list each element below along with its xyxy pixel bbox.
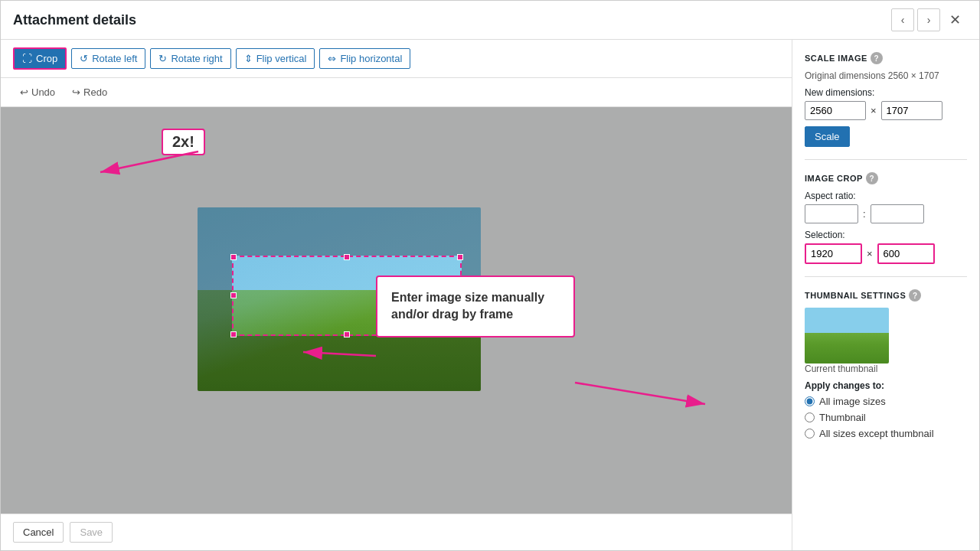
scale-image-help-icon[interactable]: ? [871,52,883,64]
aspect-sep: : [863,208,866,220]
scale-button[interactable]: Scale [805,126,850,147]
flip-vertical-button[interactable]: ⇕ Flip vertical [236,48,315,69]
crop-icon: ⛶ [22,53,32,64]
selection-width-input[interactable] [805,243,862,264]
rotate-right-button[interactable]: ↻ Rotate right [150,48,230,69]
rotate-left-button[interactable]: ↺ Rotate left [71,48,145,69]
crop-handle-ml[interactable] [230,292,237,298]
svg-line-3 [575,383,705,404]
scale-dims-sep: × [871,105,877,116]
aspect-ratio-inputs: : [805,204,967,223]
close-button[interactable]: ✕ [943,8,967,31]
crop-handle-tl[interactable] [230,254,237,260]
selection-sep: × [867,248,873,259]
modal-header: Attachment details ‹ › ✕ [1,1,979,40]
redo-icon: ↪ [72,86,80,98]
selection-height-input[interactable] [877,243,935,264]
scale-height-input[interactable] [881,101,942,120]
crop-button[interactable]: ⛶ Crop [13,47,67,70]
modal-title: Attachment details [13,12,136,28]
next-button[interactable]: › [917,8,940,31]
undo-button[interactable]: ↩ Undo [13,83,62,102]
divider-1 [805,159,967,160]
selection-inputs: × [805,243,967,264]
crop-handle-tr[interactable] [457,254,463,260]
flip-horizontal-icon: ⇔ [328,53,336,64]
radio-thumbnail-label: Thumbnail [819,412,866,423]
attachment-details-modal: Attachment details ‹ › ✕ ⛶ Crop ↺ Rotate… [0,0,980,551]
rotate-right-icon: ↻ [158,53,167,64]
aspect-width-input[interactable] [805,204,858,223]
scale-width-input[interactable] [805,101,866,120]
flip-horizontal-button[interactable]: ⇔ Flip horizontal [319,48,410,69]
badge-2x: 2x! [162,129,205,155]
crop-handle-bm[interactable] [344,331,350,337]
radio-all-sizes-input[interactable] [805,396,815,406]
image-crop-title: IMAGE CROP [805,174,863,183]
divider-2 [805,276,967,277]
radio-thumbnail[interactable]: Thumbnail [805,412,967,423]
original-dimensions: Original dimensions 2560 × 1707 [805,70,967,81]
undo-icon: ↩ [20,86,28,98]
radio-thumbnail-input[interactable] [805,412,815,422]
thumbnail-settings-section: THUMBNAIL SETTINGS ? Current thumbnail A… [805,289,967,439]
redo-button[interactable]: ↪ Redo [65,83,114,102]
main-area: ⛶ Crop ↺ Rotate left ↻ Rotate right ⇕ Fl… [1,40,792,550]
thumbnail-settings-help-icon[interactable]: ? [909,289,921,302]
new-dimensions-label: New dimensions: [805,87,967,98]
canvas-area: 2x! Enter image size manually and/or dra… [1,107,792,514]
image-crop-help-icon[interactable]: ? [866,172,878,184]
scale-image-title: SCALE IMAGE [805,54,867,63]
rotate-left-icon: ↺ [80,53,88,64]
scale-dims-inputs: × [805,101,967,120]
cancel-button[interactable]: Cancel [13,522,64,543]
annotation-callout: Enter image size manually and/or drag by… [376,276,575,337]
aspect-height-input[interactable] [871,204,924,223]
toolbar: ⛶ Crop ↺ Rotate left ↻ Rotate right ⇕ Fl… [1,40,792,78]
undo-redo-bar: ↩ Undo ↪ Redo [1,78,792,107]
radio-all-sizes[interactable]: All image sizes [805,396,967,407]
thumbnail-preview-image [805,308,889,364]
canvas-bottom: Cancel Save [1,514,792,550]
apply-changes-options: All image sizes Thumbnail All sizes exce… [805,396,967,439]
right-panel: SCALE IMAGE ? Original dimensions 2560 ×… [792,40,979,550]
aspect-ratio-label: Aspect ratio: [805,191,967,201]
radio-all-except-thumbnail-label: All sizes except thumbnail [819,428,934,439]
flip-vertical-icon: ⇕ [244,53,253,64]
thumbnail-settings-title: THUMBNAIL SETTINGS [805,291,906,300]
radio-all-except-thumbnail-input[interactable] [805,429,815,439]
scale-image-section: SCALE IMAGE ? Original dimensions 2560 ×… [805,52,967,147]
selection-label: Selection: [805,230,967,240]
modal-nav: ‹ › ✕ [891,8,967,31]
radio-all-except-thumbnail[interactable]: All sizes except thumbnail [805,428,967,439]
radio-all-sizes-label: All image sizes [819,396,886,407]
current-thumbnail-label: Current thumbnail [805,364,967,374]
crop-handle-tm[interactable] [344,254,350,260]
save-button[interactable]: Save [70,522,113,543]
prev-button[interactable]: ‹ [891,8,914,31]
modal-body: ⛶ Crop ↺ Rotate left ↻ Rotate right ⇕ Fl… [1,40,979,550]
apply-changes-label: Apply changes to: [805,380,967,391]
crop-handle-bl[interactable] [230,331,237,337]
image-crop-section: IMAGE CROP ? Aspect ratio: : Selection: … [805,172,967,264]
